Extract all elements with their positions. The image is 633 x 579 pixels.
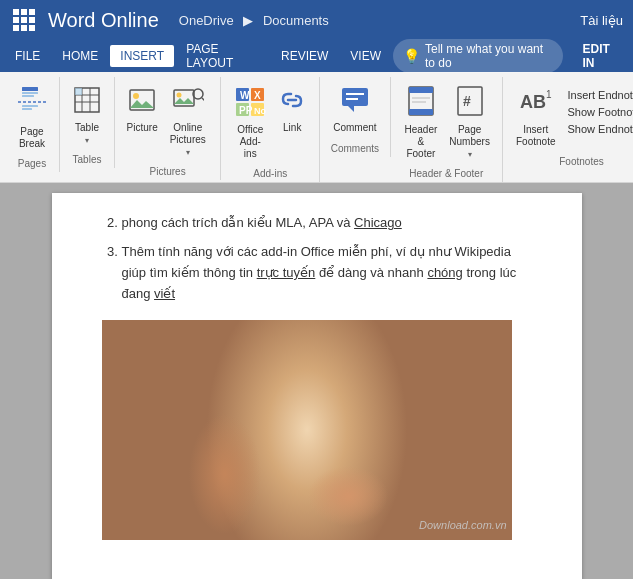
comment-icon: [340, 86, 370, 120]
ribbon-group-addins: W X PP No OfficeAdd-ins Link: [221, 77, 320, 182]
pictures-group-label: Pictures: [123, 162, 212, 180]
picture-label: Picture: [127, 122, 158, 134]
header-footer-icon: [407, 86, 435, 122]
table-label: Table ▾: [73, 122, 101, 146]
show-footnotes-button[interactable]: Show Footnotes: [562, 104, 633, 120]
svg-rect-5: [22, 108, 32, 110]
show-footnotes-label: Show Footnotes: [567, 106, 633, 118]
link-button[interactable]: Link: [273, 82, 311, 138]
document-text: phong cách trích dẫn kiểu MLA, APA và Ch…: [102, 213, 532, 539]
breadcrumb-folder[interactable]: Documents: [263, 13, 329, 28]
insert-footnote-button[interactable]: AB 1 InsertFootnote: [511, 82, 560, 152]
headerfooter-group-label: Header & Footer: [399, 164, 494, 182]
svg-text:X: X: [254, 90, 261, 101]
svg-rect-11: [75, 88, 82, 95]
online-pictures-icon: [172, 86, 204, 120]
link-label: Link: [283, 122, 301, 134]
photo-simulation: [102, 320, 512, 540]
office-addins-label: OfficeAdd-ins: [234, 124, 266, 160]
document-list: phong cách trích dẫn kiểu MLA, APA và Ch…: [122, 213, 532, 304]
ribbon: PageBreak Pages Table ▾: [0, 72, 633, 183]
menu-insert[interactable]: INSERT: [110, 45, 174, 67]
svg-text:1: 1: [546, 89, 552, 100]
footnotes-side-col: Insert Endnote Show Footnotes Show Endno…: [562, 82, 633, 137]
document-image: Download.com.vn: [102, 320, 512, 540]
list-item-2: Thêm tính năng với các add-in Office miễ…: [122, 242, 532, 304]
svg-rect-2: [22, 95, 34, 97]
table-button[interactable]: Table ▾: [68, 82, 106, 150]
edit-in-button[interactable]: EDIT IN: [575, 38, 629, 74]
svg-point-15: [176, 93, 181, 98]
menu-home[interactable]: HOME: [52, 45, 108, 67]
lightbulb-icon: 💡: [403, 48, 420, 64]
ribbon-group-pages: PageBreak Pages: [5, 77, 60, 172]
comment-button[interactable]: Comment: [328, 82, 381, 138]
svg-rect-32: [409, 87, 433, 93]
comments-items: Comment: [328, 77, 381, 138]
table-icon: [73, 86, 101, 120]
pages-group-label: Pages: [13, 154, 51, 172]
list-item-1: phong cách trích dẫn kiểu MLA, APA và Ch…: [122, 213, 532, 234]
svg-text:AB: AB: [520, 92, 546, 112]
comment-label: Comment: [333, 122, 376, 134]
page-break-button[interactable]: PageBreak: [13, 82, 51, 154]
image-watermark: Download.com.vn: [419, 517, 506, 535]
header-footer-label: Header &Footer: [404, 124, 439, 160]
addins-group-label: Add-ins: [229, 164, 311, 182]
tables-items: Table ▾: [68, 77, 106, 150]
menu-review[interactable]: REVIEW: [271, 45, 338, 67]
waffle-icon[interactable]: [10, 6, 38, 34]
chong-link[interactable]: chóng: [427, 265, 462, 280]
title-bar: Word Online OneDrive ▶ Documents Tài liệ…: [0, 0, 633, 40]
pages-items: PageBreak: [13, 77, 51, 154]
addins-items: W X PP No OfficeAdd-ins Link: [229, 77, 311, 164]
chicago-link[interactable]: Chicago: [354, 215, 402, 230]
svg-rect-1: [22, 92, 38, 94]
content-area: phong cách trích dẫn kiểu MLA, APA và Ch…: [0, 183, 633, 579]
svg-marker-28: [348, 106, 354, 112]
menu-file[interactable]: FILE: [5, 45, 50, 67]
svg-text:No: No: [254, 106, 266, 116]
online-pictures-label: OnlinePictures ▾: [168, 122, 207, 158]
show-endnotes-label: Show Endnotes: [567, 123, 633, 135]
menu-view[interactable]: VIEW: [340, 45, 391, 67]
insert-footnote-label: InsertFootnote: [516, 124, 555, 148]
office-addins-icon: W X PP No: [234, 86, 266, 122]
user-area[interactable]: Tài liệu: [580, 13, 623, 28]
ribbon-group-headerfooter: Header &Footer # PageNumbers ▾ Header & …: [391, 77, 503, 182]
svg-text:W: W: [240, 90, 250, 101]
svg-line-17: [202, 98, 204, 101]
ribbon-group-footnotes: AB 1 InsertFootnote Insert Endnote Show …: [503, 77, 633, 170]
breadcrumb-separator: ▶: [243, 13, 253, 28]
page-numbers-icon: #: [456, 86, 484, 122]
ribbon-group-comments: Comment Comments: [320, 77, 390, 157]
pictures-items: Picture OnlinePictures ▾: [123, 77, 212, 162]
tell-me-text: Tell me what you want to do: [425, 42, 552, 70]
tell-me-box[interactable]: 💡 Tell me what you want to do: [393, 39, 562, 73]
truc-tuyen-link[interactable]: trực tuyến: [257, 265, 316, 280]
document[interactable]: phong cách trích dẫn kiểu MLA, APA và Ch…: [52, 193, 582, 579]
page-numbers-label: PageNumbers ▾: [449, 124, 490, 160]
viet-link[interactable]: viết: [154, 286, 175, 301]
show-endnotes-button[interactable]: Show Endnotes: [562, 121, 633, 137]
app-name: Word Online: [48, 9, 159, 32]
link-icon: [278, 86, 306, 120]
insert-endnote-button[interactable]: Insert Endnote: [562, 87, 633, 103]
page-break-label: PageBreak: [19, 126, 45, 150]
online-pictures-button[interactable]: OnlinePictures ▾: [163, 82, 212, 162]
office-addins-button[interactable]: W X PP No OfficeAdd-ins: [229, 82, 271, 164]
page-break-icon: [18, 86, 46, 124]
header-footer-button[interactable]: Header &Footer: [399, 82, 444, 164]
svg-rect-27: [342, 88, 368, 106]
menu-page-layout[interactable]: PAGE LAYOUT: [176, 38, 269, 74]
picture-button[interactable]: Picture: [123, 82, 161, 138]
breadcrumb-service[interactable]: OneDrive: [179, 13, 234, 28]
ribbon-group-tables: Table ▾ Tables: [60, 77, 115, 168]
svg-point-13: [133, 93, 139, 99]
page-numbers-button[interactable]: # PageNumbers ▾: [445, 82, 494, 164]
comments-group-label: Comments: [328, 139, 381, 157]
svg-rect-33: [409, 109, 433, 115]
menu-bar: FILE HOME INSERT PAGE LAYOUT REVIEW VIEW…: [0, 40, 633, 72]
svg-rect-4: [22, 105, 38, 107]
insert-endnote-label: Insert Endnote: [567, 89, 633, 101]
